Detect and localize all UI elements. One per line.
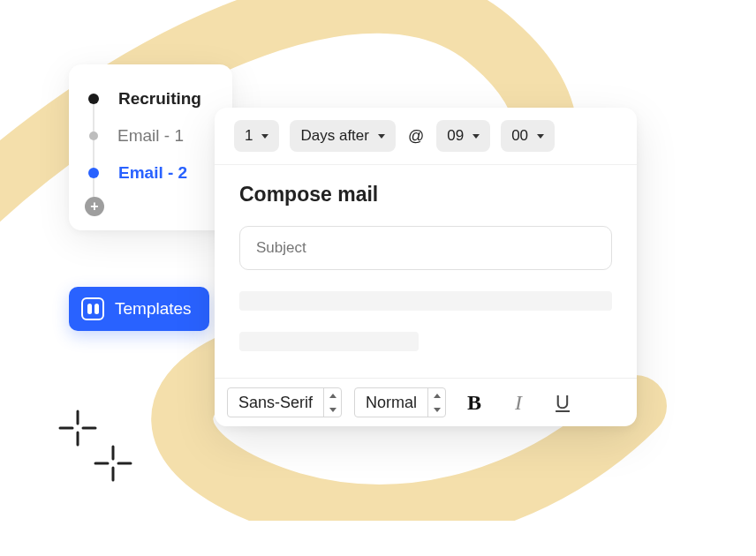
font-size-value: Normal: [355, 394, 427, 412]
sidebar-item-email-1[interactable]: Email - 1: [85, 117, 216, 154]
italic-button[interactable]: I: [503, 391, 534, 415]
dot-icon: [88, 94, 99, 104]
dot-icon: [88, 168, 99, 178]
schedule-minute-value: 00: [511, 127, 528, 145]
body-placeholder-line: [239, 291, 612, 311]
schedule-hour-select[interactable]: 09: [436, 120, 490, 152]
sequence-title: Recruiting: [118, 89, 201, 109]
decorative-doodle: [58, 406, 155, 507]
sequence-title-row[interactable]: Recruiting: [85, 80, 216, 117]
sidebar-item-label: Email - 2: [118, 163, 187, 183]
schedule-minute-select[interactable]: 00: [501, 120, 555, 152]
chevron-down-icon: [378, 134, 385, 139]
plus-icon: +: [85, 197, 104, 216]
compose-card: 1 Days after @ 09 00 Compose mail Sans-S…: [215, 108, 637, 426]
subject-input[interactable]: [239, 226, 612, 270]
underline-button[interactable]: U: [547, 391, 578, 414]
font-size-picker[interactable]: Normal: [354, 387, 446, 417]
chevron-down-icon: [472, 134, 480, 139]
font-family-picker[interactable]: Sans-Serif: [227, 387, 342, 417]
body-placeholder-line: [239, 332, 419, 351]
schedule-bar: 1 Days after @ 09 00: [215, 108, 637, 165]
templates-icon: [81, 297, 104, 320]
font-family-value: Sans-Serif: [228, 394, 323, 412]
compose-heading: Compose mail: [239, 183, 612, 207]
sequence-sidebar: Recruiting Email - 1 Email - 2 +: [69, 64, 232, 230]
schedule-count-select[interactable]: 1: [234, 120, 279, 152]
schedule-count-value: 1: [245, 127, 253, 145]
add-step-button[interactable]: +: [85, 192, 216, 216]
dot-icon: [89, 131, 98, 140]
templates-button[interactable]: Templates: [69, 287, 209, 331]
at-symbol: @: [406, 127, 426, 146]
format-toolbar: Sans-Serif Normal B I U: [215, 378, 637, 426]
sidebar-item-email-2[interactable]: Email - 2: [85, 154, 216, 192]
stepper-icon: [427, 388, 445, 417]
compose-body: Compose mail: [215, 165, 637, 378]
chevron-down-icon: [261, 134, 268, 139]
chevron-down-icon: [537, 134, 544, 139]
sidebar-item-label: Email - 1: [117, 126, 184, 146]
schedule-unit-select[interactable]: Days after: [290, 120, 395, 152]
bold-button[interactable]: B: [458, 391, 490, 415]
templates-label: Templates: [115, 299, 192, 319]
stepper-icon: [323, 388, 341, 417]
schedule-unit-value: Days after: [300, 127, 368, 145]
schedule-hour-value: 09: [447, 127, 464, 145]
